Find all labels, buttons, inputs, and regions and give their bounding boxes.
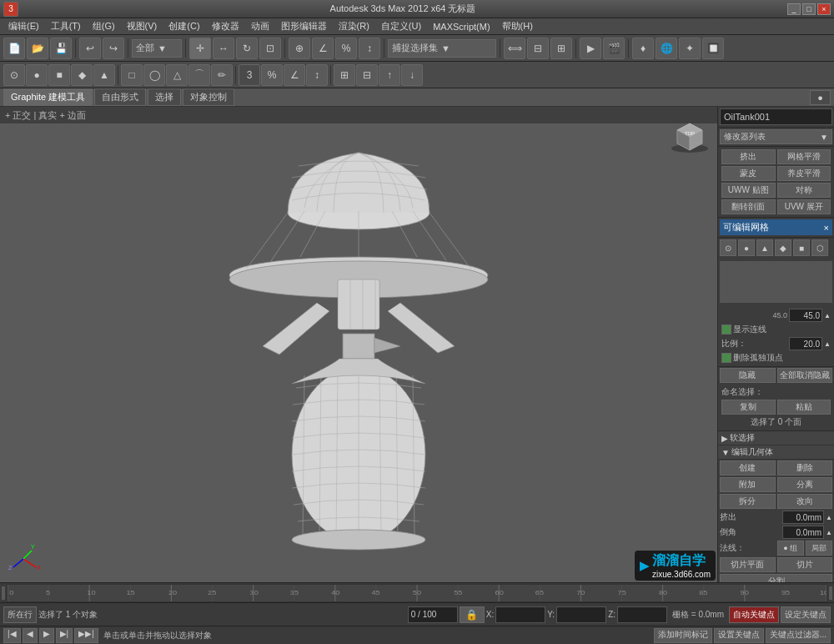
mirror-button[interactable]: ⟺ bbox=[504, 38, 525, 59]
menu-render[interactable]: 渲染(R) bbox=[334, 18, 374, 34]
unhide-all-btn[interactable]: 全部取消隐藏 bbox=[777, 368, 833, 383]
vertex-icon-btn[interactable]: ⊙ bbox=[720, 239, 736, 256]
tb2-view3[interactable]: ↑ bbox=[379, 64, 400, 86]
uvw-map-btn[interactable]: UWW 贴图 bbox=[721, 183, 776, 198]
subdivide-btn[interactable]: 拆分 bbox=[720, 494, 776, 509]
tb2-snap1[interactable]: 3 bbox=[239, 64, 260, 86]
circle-mode-btn[interactable]: ◯ bbox=[143, 64, 165, 86]
lasso-mode-btn[interactable]: ⌒ bbox=[188, 64, 210, 86]
paste-btn[interactable]: 粘贴 bbox=[777, 400, 831, 415]
playback-start-btn[interactable]: |◀ bbox=[3, 628, 21, 643]
cut-plane-btn[interactable]: 切片平面 bbox=[720, 557, 776, 572]
spinner-snap-button[interactable]: ↕ bbox=[359, 38, 380, 59]
redo-button[interactable]: ↪ bbox=[103, 38, 124, 59]
render-env-button[interactable]: 🌐 bbox=[656, 38, 677, 59]
set-key-btn[interactable]: 设定关键点 bbox=[781, 606, 831, 623]
material-editor-button[interactable]: ♦ bbox=[632, 38, 654, 59]
animation-bar[interactable]: 0 5 10 15 20 25 30 35 40 45 50 bbox=[7, 584, 827, 602]
menu-animation[interactable]: 动画 bbox=[246, 18, 274, 34]
graphite-settings-btn[interactable]: ● bbox=[810, 90, 831, 105]
tb2-view2[interactable]: ⊟ bbox=[356, 64, 378, 86]
ratio-input[interactable] bbox=[789, 337, 822, 350]
render-to-texture-button[interactable]: 🔲 bbox=[702, 38, 724, 59]
paint-mode-btn[interactable]: ✏ bbox=[211, 64, 233, 86]
surface-threshold-input[interactable] bbox=[789, 309, 822, 322]
close-button[interactable]: × bbox=[817, 3, 831, 15]
modifier-list-dropdown[interactable]: 修改器列表 ▼ bbox=[720, 129, 832, 144]
timeline-end-handle[interactable] bbox=[829, 586, 832, 600]
tb2-btn4[interactable]: ◆ bbox=[71, 64, 93, 86]
border-icon-btn[interactable]: ▲ bbox=[756, 239, 773, 256]
tb2-view1[interactable]: ⊞ bbox=[334, 64, 355, 86]
hide-btn[interactable]: 隐藏 bbox=[720, 368, 776, 383]
key-filter-btn[interactable]: 关键点过滤器... bbox=[766, 628, 831, 643]
mode-indicator[interactable]: 所在行 bbox=[3, 606, 37, 623]
object-name-field[interactable]: OilTank001 bbox=[720, 108, 832, 125]
scale-button[interactable]: ⊡ bbox=[259, 38, 281, 59]
selection-mode-btn[interactable]: □ bbox=[121, 64, 143, 86]
menu-view[interactable]: 视图(V) bbox=[122, 18, 163, 34]
menu-create[interactable]: 创建(C) bbox=[163, 18, 204, 34]
graphite-tab-object[interactable]: 对象控制 bbox=[183, 88, 234, 106]
delete-isolated-checkbox[interactable] bbox=[721, 353, 731, 363]
push-out-btn[interactable]: 挤出 bbox=[721, 149, 776, 164]
maximize-button[interactable]: □ bbox=[802, 3, 816, 15]
extrude-input[interactable] bbox=[782, 511, 824, 524]
soft-selection-toggle[interactable]: ▶ 软选择 bbox=[718, 431, 834, 445]
menu-customize[interactable]: 自定义(U) bbox=[376, 18, 426, 34]
playback-prev-btn[interactable]: ◀ bbox=[23, 628, 38, 643]
ratio-spinner-icon[interactable]: ▲ bbox=[824, 340, 831, 348]
tb2-btn3[interactable]: ■ bbox=[48, 64, 70, 86]
z-coord-field[interactable] bbox=[617, 606, 667, 623]
snap-button[interactable]: ⊕ bbox=[289, 38, 310, 59]
rotate-button[interactable]: ↻ bbox=[236, 38, 258, 59]
graphite-tab-freeform[interactable]: 自由形式 bbox=[94, 88, 146, 106]
key-filters-btn[interactable]: 🔒 bbox=[460, 606, 485, 623]
turn-face-btn[interactable]: 翻转剖面 bbox=[721, 199, 776, 214]
element-icon-btn[interactable]: ■ bbox=[793, 239, 810, 256]
graphite-tab-modeling[interactable]: Graphite 建模工具 bbox=[3, 88, 93, 106]
tb2-snap4[interactable]: ↕ bbox=[306, 64, 328, 86]
edge-icon-btn[interactable]: ● bbox=[738, 239, 755, 256]
extrude-spinner-icon[interactable]: ▲ bbox=[826, 514, 832, 521]
move-button[interactable]: ↔ bbox=[213, 38, 234, 59]
angle-snap-button[interactable]: ∠ bbox=[312, 38, 334, 59]
detach-btn[interactable]: 分离 bbox=[777, 477, 833, 492]
chamfer-input[interactable] bbox=[782, 526, 824, 539]
render-button[interactable]: ▶ bbox=[580, 38, 601, 59]
select-all-dropdown[interactable]: 全部 ▼ bbox=[132, 39, 182, 58]
effects-button[interactable]: ✦ bbox=[679, 38, 701, 59]
playback-play-btn[interactable]: ▶ bbox=[39, 628, 54, 643]
mirror-btn[interactable]: 对称 bbox=[777, 183, 831, 198]
menu-modifiers[interactable]: 修改器 bbox=[207, 18, 244, 34]
chamfer-spinner-icon[interactable]: ▲ bbox=[826, 529, 832, 536]
tb2-snap2[interactable]: % bbox=[261, 64, 283, 86]
tb2-btn1[interactable]: ⊙ bbox=[3, 64, 25, 86]
timeline-handle[interactable] bbox=[2, 586, 5, 600]
copy-btn[interactable]: 复制 bbox=[721, 400, 776, 415]
local-normal-btn[interactable]: 局部 bbox=[806, 541, 832, 556]
menu-help[interactable]: 帮助(H) bbox=[497, 18, 538, 34]
viewport[interactable]: + 正交 | 真实 + 边面 TOP X bbox=[0, 107, 717, 582]
nav-cube[interactable]: TOP bbox=[669, 113, 711, 155]
percent-snap-button[interactable]: % bbox=[335, 38, 357, 59]
open-button[interactable]: 📂 bbox=[27, 38, 48, 59]
tb2-btn2[interactable]: ● bbox=[26, 64, 48, 86]
frame-counter[interactable]: 0 / 100 bbox=[408, 606, 458, 623]
y-coord-field[interactable] bbox=[556, 606, 606, 623]
x-coord-field[interactable] bbox=[495, 606, 545, 623]
skin-btn[interactable]: 蒙皮 bbox=[721, 166, 776, 181]
auto-key-btn[interactable]: 自动关键点 bbox=[729, 606, 779, 623]
graphite-tab-selection[interactable]: 选择 bbox=[148, 88, 181, 106]
playback-next-btn[interactable]: ▶| bbox=[56, 628, 73, 643]
align-button[interactable]: ⊟ bbox=[527, 38, 549, 59]
render-setup-dropdown[interactable]: 捕捉选择集 ▼ bbox=[388, 39, 496, 58]
uvw-expand-btn[interactable]: UVW 展开 bbox=[777, 199, 831, 214]
menu-graph-editor[interactable]: 图形编辑器 bbox=[276, 18, 332, 34]
divide-btn[interactable]: 分割 bbox=[720, 574, 832, 582]
select-button[interactable]: ✛ bbox=[189, 38, 211, 59]
tb2-view4[interactable]: ↓ bbox=[401, 64, 423, 86]
menu-edit[interactable]: 编辑(E) bbox=[3, 18, 44, 34]
tb2-snap3[interactable]: ∠ bbox=[284, 64, 305, 86]
save-button[interactable]: 💾 bbox=[50, 38, 72, 59]
